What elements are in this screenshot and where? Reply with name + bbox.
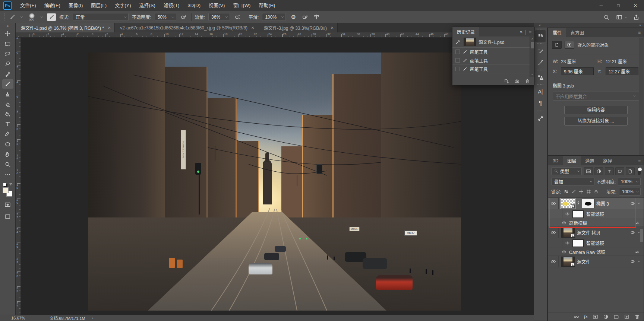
visibility-toggle[interactable] (565, 212, 570, 216)
delete-state-icon[interactable] (525, 79, 530, 84)
layers-tab[interactable]: 图层 (563, 156, 581, 165)
layer-thumbnail[interactable] (561, 198, 575, 209)
filter-blending-options-icon[interactable] (635, 249, 644, 254)
filter-blending-options-icon[interactable] (635, 220, 644, 225)
layer-row[interactable]: 源文件 (548, 256, 644, 267)
ellipse-tool[interactable] (2, 140, 13, 149)
hand-tool[interactable] (2, 150, 13, 159)
history-brush-well[interactable] (455, 50, 460, 54)
maximize-button[interactable]: □ (610, 0, 627, 11)
scroll-up-icon[interactable]: ˄ (530, 37, 534, 41)
character-panel-icon[interactable]: A| (534, 86, 547, 98)
share-icon[interactable] (632, 13, 640, 21)
layer-opacity-select[interactable]: 100% (618, 178, 641, 185)
tab-close-icon[interactable]: ✕ (331, 26, 334, 30)
tab-close-icon[interactable]: ✕ (108, 26, 111, 30)
lock-artboard-icon[interactable] (586, 189, 591, 194)
history-step-row[interactable]: 画笔工具 (452, 56, 534, 65)
menu-item[interactable]: 视图(V) (205, 0, 229, 11)
toolbar-collapse-icon[interactable]: » (0, 23, 15, 29)
smart-filter-row[interactable]: 智能滤镜 (548, 238, 644, 248)
clone-source-icon[interactable] (534, 71, 547, 83)
layer-row[interactable]: 源文件 拷贝 (548, 227, 644, 238)
scroll-down-icon[interactable]: ˅ (530, 73, 534, 76)
rectangular-marquee-tool[interactable] (2, 39, 13, 48)
pixel-layer-filter-icon[interactable] (584, 167, 593, 175)
menu-item[interactable]: 滤镜(T) (160, 0, 184, 11)
menu-item[interactable]: 3D(D) (183, 0, 205, 11)
flow-select[interactable]: 36% (208, 13, 230, 21)
opacity-select[interactable]: 50% (155, 13, 176, 21)
layer-blend-mode-select[interactable]: 叠加 (551, 178, 594, 185)
link-layers-icon[interactable] (574, 314, 579, 320)
history-scrollbar[interactable]: ˄ ˅ (530, 36, 534, 77)
panel-menu-icon[interactable]: ≡ (638, 158, 641, 163)
search-icon[interactable] (602, 13, 610, 21)
layer-style-icon[interactable]: fx (584, 314, 588, 320)
menu-item[interactable]: 窗口(W) (229, 0, 255, 11)
properties-tab[interactable]: 属性 (548, 28, 566, 37)
smoothing-gear-icon[interactable]: ⚙ (289, 13, 297, 21)
foreground-color-swatch[interactable] (3, 187, 9, 193)
smart-object-mask-icon[interactable] (565, 41, 574, 49)
tab-close-icon[interactable]: ✕ (251, 26, 254, 30)
horizontal-type-tool[interactable] (2, 120, 13, 129)
document-tab[interactable]: 源文件-3.jpg @ 33.3%(RGB/8#)✕ (258, 23, 338, 32)
menu-item[interactable]: 帮助(H) (255, 0, 279, 11)
zoom-level-field[interactable]: 16.67% (11, 316, 25, 320)
properties-tab[interactable]: 直方图 (566, 28, 588, 37)
lasso-tool[interactable] (2, 49, 13, 58)
edit-contents-button[interactable]: 编辑内容 (564, 106, 628, 114)
lock-all-icon[interactable] (594, 189, 599, 194)
collapse-smart-filters-icon[interactable] (637, 201, 641, 206)
screen-mode-icon[interactable] (2, 212, 13, 221)
canvas-image[interactable]: PORCELANU OBUV ZÓNA (88, 53, 461, 311)
layer-filter-toggle[interactable] (638, 167, 641, 175)
quick-mask-mode-icon[interactable] (2, 200, 13, 209)
layers-tab[interactable]: 路径 (599, 156, 616, 165)
visibility-toggle[interactable] (565, 241, 570, 245)
paint-bucket-tool[interactable] (2, 109, 13, 119)
blend-mode-select[interactable]: 正常 (73, 13, 129, 21)
tool-presets-icon[interactable] (534, 112, 547, 124)
lock-position-icon[interactable] (579, 189, 584, 194)
menu-item[interactable]: 文字(Y) (111, 0, 135, 11)
vertical-ruler[interactable]: 20246810121416182022242628303234 (16, 38, 21, 315)
panel-menu-icon[interactable]: ≡ (638, 30, 641, 35)
smart-object-filter-icon[interactable] (626, 167, 635, 175)
menu-item[interactable]: 选择(S) (135, 0, 159, 11)
properties-scrollbar[interactable] (639, 38, 643, 155)
paragraph-panel-icon[interactable]: ¶ (534, 98, 547, 109)
new-group-icon[interactable] (613, 314, 619, 320)
pressure-opacity-icon[interactable] (180, 13, 188, 21)
smart-filter-row[interactable]: 高斯模糊 (548, 219, 644, 227)
menu-item[interactable]: 图像(I) (64, 0, 87, 11)
visibility-toggle[interactable] (562, 250, 566, 254)
visibility-toggle[interactable] (548, 227, 559, 238)
workspace-switcher-icon[interactable] (615, 13, 623, 21)
smart-filter-row[interactable]: Camera Raw 滤镜 (548, 248, 644, 256)
history-snapshot-row[interactable]: 源文件-1.psd (452, 36, 534, 48)
scrollbar-thumb[interactable] (531, 42, 534, 48)
history-step-row[interactable]: 画笔工具 (452, 65, 534, 73)
brush-settings-icon[interactable] (534, 45, 547, 57)
edit-toolbar-tool[interactable] (2, 170, 13, 179)
smart-filter-mask-thumbnail[interactable] (572, 210, 584, 218)
layer-thumbnail[interactable] (561, 257, 575, 267)
add-layer-mask-icon[interactable] (593, 314, 598, 320)
eyedropper-tool[interactable] (2, 69, 13, 79)
pressure-size-icon[interactable] (301, 13, 309, 21)
layer-thumbnail[interactable] (561, 228, 575, 238)
new-layer-icon[interactable] (624, 314, 629, 320)
expand-panels-icon[interactable]: » (639, 23, 641, 27)
adjustment-layer-filter-icon[interactable] (594, 167, 603, 175)
smart-filter-mask-thumbnail[interactable] (572, 239, 584, 247)
menu-item[interactable]: 文件(F) (16, 0, 40, 11)
smart-filter-row[interactable]: 智能滤镜 (548, 209, 644, 219)
quick-selection-tool[interactable] (2, 59, 13, 69)
new-snapshot-icon[interactable] (514, 79, 520, 84)
history-brush-well[interactable] (455, 58, 460, 63)
zoom-tool[interactable] (2, 160, 13, 169)
history-brush-well[interactable] (455, 67, 460, 71)
menu-item[interactable]: 图层(L) (87, 0, 111, 11)
